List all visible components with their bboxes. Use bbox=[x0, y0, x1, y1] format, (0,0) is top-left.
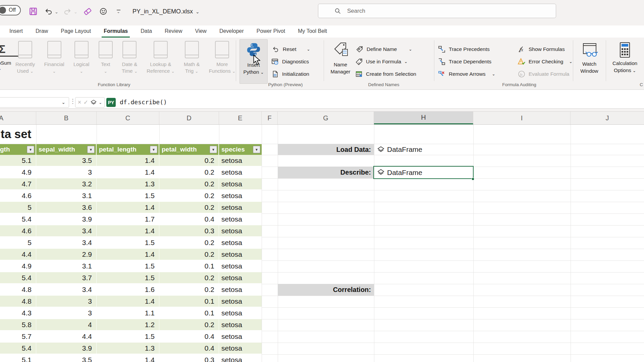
autosave-toggle[interactable]: Off bbox=[0, 5, 21, 15]
column-header-b[interactable]: B bbox=[36, 112, 97, 124]
table-row[interactable]: 5.4 3.9 1.3 0.4 setosa bbox=[0, 343, 262, 354]
define-name-button[interactable]: Define Name ⌄ bbox=[356, 45, 412, 54]
cell-petal-length[interactable]: 1.5 bbox=[97, 331, 159, 343]
cell-sepal-width[interactable]: 3.9 bbox=[36, 343, 97, 354]
cell-petal-width[interactable]: 0.2 bbox=[159, 319, 219, 331]
column-header-f[interactable]: F bbox=[262, 112, 278, 124]
table-row[interactable]: 5 3.4 1.5 0.2 setosa bbox=[0, 237, 262, 249]
cell-species[interactable]: setosa bbox=[219, 343, 262, 354]
fill-handle[interactable] bbox=[472, 178, 474, 180]
table-row[interactable]: 5.1 3.5 1.4 0.3 setosa bbox=[0, 354, 262, 362]
cell-sepal-width[interactable]: 3.9 bbox=[36, 214, 97, 225]
cell-sepal-width[interactable]: 3.7 bbox=[36, 272, 97, 284]
feedback-smiley-icon[interactable] bbox=[98, 6, 108, 17]
spreadsheet-grid[interactable]: ta set gth ▼ sepal_width ▼ petal_length … bbox=[0, 125, 644, 362]
document-title[interactable]: PY_in_XL_DEMO.xlsx⌄ bbox=[132, 8, 200, 15]
cell-species[interactable]: setosa bbox=[219, 167, 262, 178]
create-from-selection-button[interactable]: Create from Selection bbox=[355, 69, 416, 79]
cell-species[interactable]: setosa bbox=[219, 272, 262, 284]
function-category-button[interactable]: Logical ⌄ bbox=[73, 41, 90, 75]
cell-species[interactable]: setosa bbox=[219, 214, 262, 225]
header-sepal-width[interactable]: sepal_width ▼ bbox=[36, 144, 97, 155]
load-data-dataframe-cell[interactable]: DataFrame bbox=[374, 144, 473, 155]
save-icon[interactable] bbox=[28, 6, 38, 17]
table-row[interactable]: 4.6 3.1 1.5 0.2 setosa bbox=[0, 190, 262, 202]
cell-sepal-width[interactable]: 3.4 bbox=[36, 237, 97, 249]
tab-data[interactable]: Data bbox=[139, 28, 154, 38]
undo-icon[interactable] bbox=[44, 6, 54, 17]
cell-sepal-length[interactable]: 5 bbox=[0, 237, 36, 249]
cell-petal-length[interactable]: 1.4 bbox=[97, 202, 159, 214]
table-row[interactable]: 5.8 4 1.2 0.2 setosa bbox=[0, 319, 262, 331]
tab-my-tool-belt[interactable]: My Tool Belt bbox=[296, 28, 329, 38]
undo-chevron-icon[interactable]: ⌄ bbox=[55, 9, 58, 14]
cell-sepal-width[interactable]: 3.4 bbox=[36, 284, 97, 296]
filter-dropdown-icon[interactable]: ▼ bbox=[27, 146, 34, 153]
watch-window-button[interactable]: Watch Window bbox=[576, 42, 603, 74]
cell-sepal-width[interactable]: 4.4 bbox=[36, 331, 97, 343]
cell-species[interactable]: setosa bbox=[219, 260, 262, 272]
cell-sepal-length[interactable]: 5.8 bbox=[0, 319, 36, 331]
tab-insert[interactable]: Insert bbox=[7, 28, 25, 38]
trace-precedents-button[interactable]: Trace Precedents bbox=[438, 45, 490, 54]
cell-sepal-length[interactable]: 5.4 bbox=[0, 343, 36, 354]
column-header-c[interactable]: C bbox=[97, 112, 159, 124]
cell-petal-width[interactable]: 0.3 bbox=[159, 354, 219, 362]
enter-check-icon[interactable]: ✓ bbox=[84, 99, 88, 106]
cell-sepal-width[interactable]: 3.1 bbox=[36, 190, 97, 202]
cell-species[interactable]: setosa bbox=[219, 296, 262, 307]
cell-sepal-length[interactable]: 4.6 bbox=[0, 225, 36, 237]
column-header-j[interactable]: J bbox=[571, 112, 644, 124]
cell-petal-width[interactable]: 0.2 bbox=[159, 237, 219, 249]
cell-sepal-length[interactable]: 4.7 bbox=[0, 178, 36, 190]
load-data-label-cell[interactable]: Load Data: bbox=[278, 144, 374, 155]
name-manager-button[interactable]: Name Manager bbox=[327, 41, 354, 75]
column-header-e[interactable]: E bbox=[219, 112, 262, 124]
cell-sepal-width[interactable]: 4 bbox=[36, 319, 97, 331]
dataframe-insert-icon[interactable] bbox=[91, 100, 97, 106]
cell-petal-length[interactable]: 1.4 bbox=[97, 249, 159, 260]
cell-petal-width[interactable]: 0.2 bbox=[159, 202, 219, 214]
cell-sepal-width[interactable]: 3 bbox=[36, 307, 97, 319]
table-row[interactable]: 5.4 3.7 1.5 0.2 setosa bbox=[0, 272, 262, 284]
tab-formulas[interactable]: Formulas bbox=[102, 28, 130, 38]
cell-petal-width[interactable]: 0.2 bbox=[159, 190, 219, 202]
cell-species[interactable]: setosa bbox=[219, 331, 262, 343]
table-row[interactable]: 5 3.6 1.4 0.2 setosa bbox=[0, 202, 262, 214]
cell-petal-length[interactable]: 1.6 bbox=[97, 284, 159, 296]
cell-sepal-length[interactable]: 5.4 bbox=[0, 272, 36, 284]
cell-petal-width[interactable]: 0.3 bbox=[159, 225, 219, 237]
table-row[interactable]: 5.4 3.9 1.7 0.4 setosa bbox=[0, 214, 262, 225]
cell-petal-length[interactable]: 1.5 bbox=[97, 272, 159, 284]
error-checking-button[interactable]: Error Checking ⌄ bbox=[518, 57, 572, 66]
cell-sepal-width[interactable]: 3.4 bbox=[36, 225, 97, 237]
tab-power-pivot[interactable]: Power Pivot bbox=[255, 28, 287, 38]
column-header-h-selected[interactable]: H bbox=[374, 112, 473, 124]
cell-sepal-length[interactable]: 4.8 bbox=[0, 296, 36, 307]
eraser-icon[interactable] bbox=[83, 6, 93, 17]
cell-sepal-width[interactable]: 3.2 bbox=[36, 178, 97, 190]
cell-petal-width[interactable]: 0.4 bbox=[159, 331, 219, 343]
cell-sepal-length[interactable]: 4.9 bbox=[0, 167, 36, 178]
cell-sepal-width[interactable]: 3.5 bbox=[36, 155, 97, 167]
cell-species[interactable]: setosa bbox=[219, 155, 262, 167]
header-petal-length[interactable]: petal_length ▼ bbox=[97, 144, 159, 155]
cell-species[interactable]: setosa bbox=[219, 225, 262, 237]
cell-sepal-length[interactable]: 4.6 bbox=[0, 190, 36, 202]
reset-python-button[interactable]: Reset ⌄ bbox=[272, 45, 310, 54]
cell-species[interactable]: setosa bbox=[219, 178, 262, 190]
cell-petal-length[interactable]: 1.4 bbox=[97, 296, 159, 307]
cancel-icon[interactable]: × bbox=[78, 99, 82, 106]
filter-dropdown-icon[interactable]: ▼ bbox=[87, 146, 95, 153]
qat-overflow-icon[interactable]: ⌄ bbox=[113, 6, 123, 17]
table-row[interactable]: 5.1 3.5 1.4 0.2 setosa bbox=[0, 155, 262, 167]
cell-sepal-width[interactable]: 2.9 bbox=[36, 249, 97, 260]
tab-view[interactable]: View bbox=[193, 28, 209, 38]
cell-petal-width[interactable]: 0.2 bbox=[159, 167, 219, 178]
tab-draw[interactable]: Draw bbox=[34, 28, 50, 38]
cell-sepal-width[interactable]: 3 bbox=[36, 296, 97, 307]
tab-review[interactable]: Review bbox=[163, 28, 184, 38]
cell-petal-width[interactable]: 0.2 bbox=[159, 249, 219, 260]
cell-petal-length[interactable]: 1.4 bbox=[97, 354, 159, 362]
header-petal-width[interactable]: petal_width ▼ bbox=[159, 144, 219, 155]
